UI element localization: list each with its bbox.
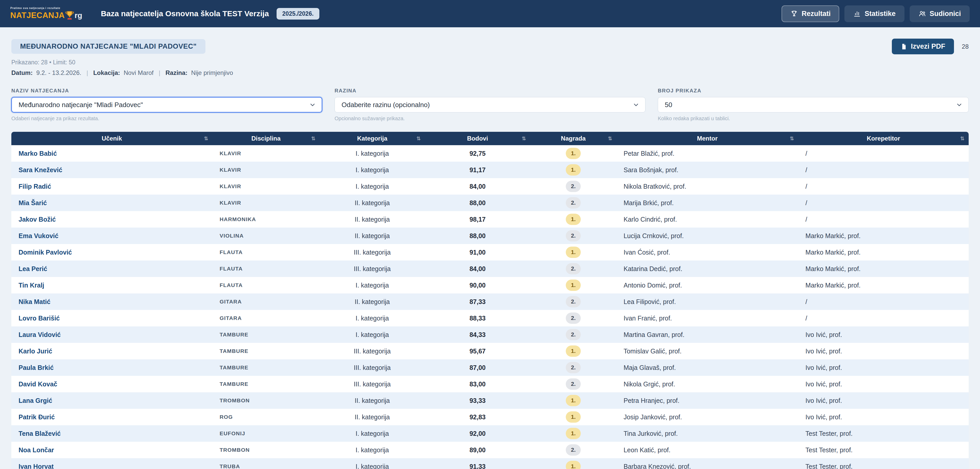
- cell-nagrada: 2.: [530, 260, 616, 277]
- nav-statistike-button[interactable]: Statistike: [845, 5, 904, 22]
- cell-ucenik: Karlo Jurić: [11, 343, 212, 359]
- cell-kategorija: III. kategorija: [320, 343, 425, 359]
- cell-mentor: Lea Filipović, prof.: [616, 293, 798, 310]
- people-icon: [918, 10, 926, 17]
- cell-disciplina: KLAVIR: [212, 145, 320, 162]
- cell-mentor: Marija Brkić, prof.: [616, 195, 798, 211]
- chart-icon: [853, 10, 861, 17]
- cell-bodovi: 91,33: [425, 458, 530, 469]
- cell-disciplina: EUFONIJ: [212, 425, 320, 442]
- column-header-label: Korepetitor: [867, 135, 900, 142]
- trophy-icon: [790, 10, 798, 17]
- award-badge: 1.: [566, 345, 581, 357]
- table-row: David KovačTAMBUREIII. kategorija83,002.…: [11, 376, 969, 392]
- table-row: Dominik PavlovićFLAUTAIII. kategorija91,…: [11, 244, 969, 260]
- cell-disciplina: KLAVIR: [212, 162, 320, 178]
- cell-korepetitor: Ivo Ivić, prof.: [798, 392, 969, 409]
- title-row: MEĐUNARODNO NATJECANJE "MLADI PADOVEC" I…: [11, 39, 969, 54]
- filter-broj-prikaza: BROJ PRIKAZA 50 Koliko redaka prikazati …: [658, 88, 969, 122]
- logo-tagline: Pratimo sva natjecanja i rezultate: [10, 6, 82, 10]
- cell-nagrada: 1.: [530, 409, 616, 425]
- cell-mentor: Ivan Ćosić, prof.: [616, 244, 798, 260]
- award-badge: 2.: [566, 181, 581, 192]
- export-pdf-button[interactable]: Izvezi PDF: [892, 39, 954, 54]
- cell-mentor: Maja Glavaš, prof.: [616, 359, 798, 376]
- chevron-down-icon: [309, 101, 316, 108]
- cell-korepetitor: Ivo Ivić, prof.: [798, 359, 969, 376]
- cell-korepetitor: /: [798, 310, 969, 326]
- column-header-disciplina[interactable]: Disciplina⇅: [212, 132, 320, 145]
- cell-bodovi: 92,83: [425, 409, 530, 425]
- cell-korepetitor: Marko Markić, prof.: [798, 244, 969, 260]
- cell-kategorija: I. kategorija: [320, 442, 425, 458]
- cell-nagrada: 1.: [530, 458, 616, 469]
- level-select[interactable]: Odaberite razinu (opcionalno): [334, 97, 646, 112]
- sort-icon[interactable]: ⇅: [417, 135, 421, 142]
- column-header-bodovi[interactable]: Bodovi⇅: [425, 132, 530, 145]
- column-header-ucenik[interactable]: Učenik⇅: [11, 132, 212, 145]
- cell-kategorija: I. kategorija: [320, 458, 425, 469]
- table-row: Ivan HorvatTRUBAI. kategorija91,331.Barb…: [11, 458, 969, 469]
- column-header-label: Nagrada: [561, 135, 585, 142]
- column-header-kategorija[interactable]: Kategorija⇅: [320, 132, 425, 145]
- sort-icon[interactable]: ⇅: [204, 135, 208, 142]
- cell-korepetitor: Ivo Ivić, prof.: [798, 343, 969, 359]
- cell-ucenik: Laura Vidović: [11, 326, 212, 343]
- sort-icon[interactable]: ⇅: [960, 135, 964, 142]
- filter-hint: Koliko redaka prikazati u tablici.: [658, 116, 969, 122]
- cell-mentor: Lucija Crnković, prof.: [616, 228, 798, 244]
- cell-korepetitor: Ivo Ivić, prof.: [798, 409, 969, 425]
- cell-disciplina: TROMBON: [212, 442, 320, 458]
- filter-hint: Odaberi natjecanje za prikaz rezultata.: [11, 116, 322, 122]
- sort-icon[interactable]: ⇅: [608, 135, 612, 142]
- cell-ucenik: Noa Lončar: [11, 442, 212, 458]
- award-badge: 2.: [566, 197, 581, 209]
- logo-trophy-icon: [64, 10, 75, 21]
- competition-select[interactable]: Međunarodno natjecanje "Mladi Padovec": [11, 97, 322, 112]
- cell-mentor: Josip Janković, prof.: [616, 409, 798, 425]
- cell-kategorija: I. kategorija: [320, 310, 425, 326]
- cell-kategorija: I. kategorija: [320, 162, 425, 178]
- table-row: Laura VidovićTAMBUREI. kategorija84,332.…: [11, 326, 969, 343]
- cell-bodovi: 88,00: [425, 228, 530, 244]
- cell-disciplina: TAMBURE: [212, 359, 320, 376]
- column-header-nagrada[interactable]: Nagrada⇅: [530, 132, 616, 145]
- cell-nagrada: 2.: [530, 228, 616, 244]
- column-header-korepetitor[interactable]: Korepetitor⇅: [798, 132, 969, 145]
- sort-icon[interactable]: ⇅: [522, 135, 526, 142]
- award-badge: 2.: [566, 379, 581, 390]
- cell-disciplina: TAMBURE: [212, 343, 320, 359]
- main-nav: Rezultati Statistike Sudionici: [781, 5, 970, 22]
- table-row: Tin KraljFLAUTAI. kategorija90,001.Anton…: [11, 277, 969, 293]
- filter-label: RAZINA: [334, 88, 646, 94]
- cell-korepetitor: /: [798, 145, 969, 162]
- rows-limit-select-value: 50: [665, 101, 672, 109]
- cell-disciplina: VIOLINA: [212, 228, 320, 244]
- sort-icon[interactable]: ⇅: [311, 135, 315, 142]
- rows-limit-select[interactable]: 50: [658, 97, 969, 112]
- cell-bodovi: 92,75: [425, 145, 530, 162]
- table-row: Noa LončarTROMBONI. kategorija89,002.Leo…: [11, 442, 969, 458]
- competition-meta: Datum: 9.2. - 13.2.2026. | Lokacija: Nov…: [11, 69, 969, 76]
- logo-brand-text: NATJECANJA: [10, 11, 65, 20]
- sort-icon[interactable]: ⇅: [790, 135, 794, 142]
- cell-bodovi: 88,00: [425, 195, 530, 211]
- cell-bodovi: 90,00: [425, 277, 530, 293]
- cell-bodovi: 87,00: [425, 359, 530, 376]
- column-header-mentor[interactable]: Mentor⇅: [616, 132, 798, 145]
- top-bar: Pratimo sva natjecanja i rezultate NATJE…: [0, 0, 980, 27]
- cell-nagrada: 2.: [530, 310, 616, 326]
- cell-disciplina: TROMBON: [212, 392, 320, 409]
- cell-disciplina: ROG: [212, 409, 320, 425]
- nav-rezultati-button[interactable]: Rezultati: [781, 5, 840, 22]
- nav-sudionici-button[interactable]: Sudionici: [910, 5, 970, 22]
- logo[interactable]: Pratimo sva natjecanja i rezultate NATJE…: [10, 6, 82, 21]
- cell-kategorija: II. kategorija: [320, 228, 425, 244]
- cell-bodovi: 88,33: [425, 310, 530, 326]
- award-badge: 2.: [566, 362, 581, 373]
- cell-mentor: Tina Jurković, prof.: [616, 425, 798, 442]
- cell-kategorija: I. kategorija: [320, 425, 425, 442]
- cell-ucenik: Tena Blažević: [11, 425, 212, 442]
- cell-ucenik: Filip Radić: [11, 178, 212, 195]
- award-badge: 1.: [566, 280, 581, 291]
